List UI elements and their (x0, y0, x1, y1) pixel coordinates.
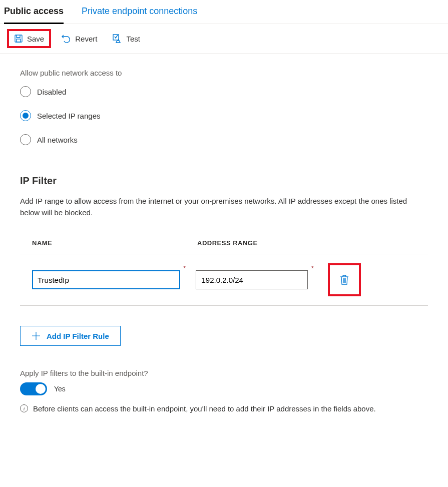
radio-label-disabled: Disabled (37, 88, 66, 96)
ip-filter-description: Add IP range to allow access from the in… (20, 196, 428, 218)
ip-addr-input[interactable] (196, 270, 308, 289)
delete-button[interactable] (339, 274, 349, 285)
tab-bar: Public access Private endpoint connectio… (0, 0, 448, 24)
ip-name-input[interactable] (32, 270, 180, 289)
apply-toggle[interactable] (20, 382, 47, 395)
save-button[interactable]: Save (9, 31, 49, 46)
apply-filters-section: Apply IP filters to the built-in endpoin… (20, 369, 428, 415)
toolbar: Save Revert Test (0, 24, 448, 54)
required-mark: * (311, 263, 313, 272)
add-ip-filter-label: Add IP Filter Rule (47, 332, 109, 340)
tab-public-access[interactable]: Public access (4, 0, 64, 24)
radio-disabled[interactable]: Disabled (20, 86, 428, 97)
add-ip-filter-button[interactable]: Add IP Filter Rule (20, 326, 121, 346)
test-button[interactable]: Test (107, 31, 145, 47)
revert-button[interactable]: Revert (56, 31, 102, 47)
trash-icon (339, 274, 349, 285)
access-section-label: Allow public network access to (20, 69, 428, 77)
required-mark: * (183, 263, 186, 272)
revert-label: Revert (75, 35, 97, 43)
apply-note: i Before clients can access the built-in… (20, 403, 428, 415)
access-radio-group: Disabled Selected IP ranges All networks (20, 86, 428, 145)
svg-rect-1 (17, 39, 21, 42)
toggle-knob (36, 384, 46, 394)
highlight-delete (328, 263, 361, 296)
apply-filters-label: Apply IP filters to the built-in endpoin… (20, 369, 428, 377)
svg-rect-0 (15, 35, 22, 42)
apply-toggle-row: Yes (20, 382, 428, 395)
save-label: Save (27, 35, 44, 43)
ip-filter-heading: IP Filter (20, 175, 428, 187)
test-icon (112, 34, 122, 44)
highlight-save: Save (7, 29, 51, 48)
col-header-addr: ADDRESS RANGE (197, 239, 416, 247)
radio-icon (20, 134, 31, 145)
save-icon (14, 34, 23, 43)
ip-table-header: NAME ADDRESS RANGE (20, 232, 428, 254)
test-label: Test (126, 35, 140, 43)
radio-icon (20, 110, 31, 121)
radio-label-all: All networks (37, 136, 78, 144)
radio-selected-ip[interactable]: Selected IP ranges (20, 110, 428, 121)
info-icon: i (20, 404, 28, 412)
tab-private-endpoint[interactable]: Private endpoint connections (82, 0, 197, 24)
radio-all-networks[interactable]: All networks (20, 134, 428, 145)
apply-note-text: Before clients can access the built-in e… (33, 403, 376, 415)
radio-icon (20, 86, 31, 97)
revert-icon (61, 34, 71, 44)
ip-filter-row: * * (20, 254, 428, 306)
apply-toggle-value: Yes (54, 385, 66, 393)
content-area: Allow public network access to Disabled … (0, 54, 448, 435)
col-header-name: NAME (32, 239, 197, 247)
plus-icon (32, 331, 41, 340)
radio-label-selected: Selected IP ranges (37, 112, 100, 120)
